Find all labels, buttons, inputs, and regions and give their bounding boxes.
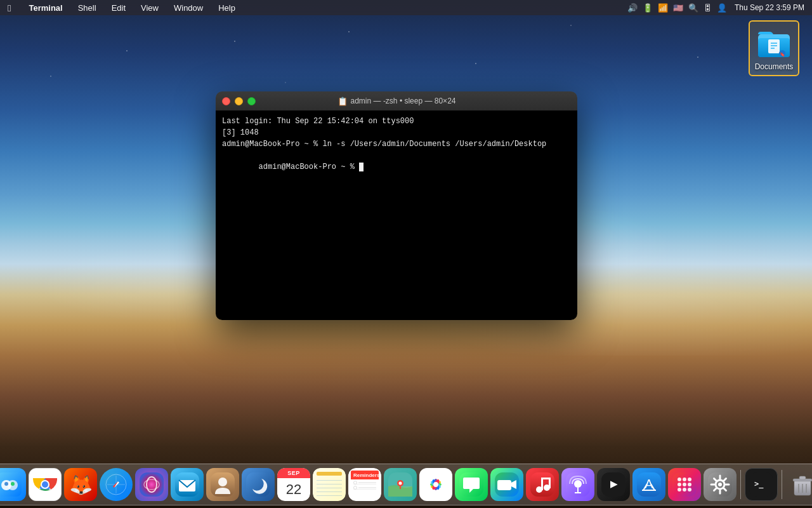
dock-separator-2: [782, 470, 782, 499]
svg-point-12: [11, 482, 15, 486]
terminal-line-3: admin@MacBook-Pro ~ % ln -s /Users/admin…: [222, 138, 571, 150]
calendar-day: 22: [286, 478, 301, 501]
menubar:  Terminal Shell Edit View Window Help 🔊…: [0, 0, 812, 15]
help-menu[interactable]: Help: [216, 2, 238, 14]
svg-point-29: [218, 478, 227, 486]
terminal-body[interactable]: Last login: Thu Sep 22 15:42:04 on ttys0…: [216, 110, 577, 320]
dock-item-podcasts[interactable]: [561, 468, 594, 501]
search-icon[interactable]: 🔍: [688, 3, 698, 13]
dock-item-appstore[interactable]: A: [632, 468, 665, 501]
datetime-display[interactable]: Thu Sep 22 3:59 PM: [732, 2, 807, 13]
dock-separator: [740, 470, 741, 499]
dock-item-reminders[interactable]: Reminders: [348, 468, 381, 501]
wifi-icon[interactable]: 📶: [658, 3, 668, 13]
dock-item-siri[interactable]: [135, 468, 168, 501]
svg-text:▶: ▶: [610, 479, 618, 489]
folder-icon: 🔖: [757, 25, 791, 60]
podcasts-icon: [561, 468, 594, 501]
svg-point-76: [688, 488, 691, 491]
dock-item-safari[interactable]: [100, 468, 133, 501]
control-center-icon[interactable]: 🎛: [704, 3, 712, 13]
svg-point-72: [683, 483, 686, 486]
dock-item-systemprefs[interactable]: [704, 468, 737, 501]
svg-point-70: [688, 478, 691, 481]
window-menu[interactable]: Window: [171, 2, 206, 14]
flag-icon[interactable]: 🇺🇸: [673, 3, 683, 13]
maps-icon: [384, 468, 417, 501]
dock: 🦊: [0, 464, 812, 505]
terminal-cursor: [359, 163, 363, 171]
terminal-titlebar: 📋 admin — -zsh • sleep — 80×24: [216, 91, 577, 110]
terminal-prompt: admin@MacBook-Pro ~ %: [259, 163, 359, 171]
dock-item-facetime[interactable]: [490, 468, 523, 501]
dock-item-calendar[interactable]: SEP 22: [277, 468, 310, 501]
terminal-line-4: admin@MacBook-Pro ~ %: [222, 150, 571, 184]
dock-item-finder[interactable]: [0, 468, 26, 501]
svg-point-79: [718, 483, 722, 486]
battery-icon[interactable]: 🔋: [643, 3, 653, 13]
shell-menu[interactable]: Shell: [75, 2, 99, 14]
terminal-title-text: admin — -zsh • sleep — 80×24: [351, 97, 456, 105]
terminal-line-2: [3] 1048: [222, 127, 571, 138]
dock-item-messages[interactable]: [455, 468, 488, 501]
dock-item-music[interactable]: [526, 468, 559, 501]
edit-menu[interactable]: Edit: [109, 2, 128, 14]
svg-point-74: [678, 488, 681, 491]
dock-item-notes[interactable]: [313, 468, 346, 501]
documents-icon-label: Documents: [755, 62, 794, 71]
dock-item-contacts[interactable]: [206, 468, 239, 501]
terminal-title-icon: 📋: [337, 97, 348, 106]
chrome-icon: [29, 468, 62, 501]
terminal-line-1: Last login: Thu Sep 22 15:42:04 on ttys0…: [222, 116, 571, 127]
messages-icon: [455, 468, 488, 501]
svg-rect-23: [140, 472, 164, 497]
notification-icon[interactable]: 👤: [717, 3, 727, 13]
dock-item-terminal[interactable]: >_: [745, 468, 778, 501]
contacts-icon: [206, 468, 239, 501]
dock-item-trash[interactable]: [786, 468, 812, 501]
dock-item-launchpad[interactable]: [668, 468, 701, 501]
music-icon: [526, 468, 559, 501]
minimize-button[interactable]: [235, 97, 243, 105]
maximize-button[interactable]: [247, 97, 256, 105]
calendar-month: SEP: [277, 468, 310, 478]
apple-menu[interactable]: : [5, 1, 13, 15]
svg-point-75: [683, 488, 686, 491]
svg-rect-55: [541, 478, 551, 479]
dock-item-crescent[interactable]: [242, 468, 275, 501]
dock-item-firefox[interactable]: 🦊: [64, 468, 97, 501]
documents-desktop-icon[interactable]: 🔖 Documents: [749, 20, 799, 76]
svg-point-71: [678, 483, 681, 486]
launchpad-icon: [668, 468, 701, 501]
facetime-icon: [490, 468, 523, 501]
view-menu[interactable]: View: [138, 2, 161, 14]
notes-icon: [313, 468, 346, 501]
menubar-left:  Terminal Shell Edit View Window Help: [5, 1, 238, 15]
systemprefs-icon: [704, 468, 737, 501]
svg-point-11: [4, 482, 8, 486]
dock-item-appletv[interactable]: ▶: [597, 468, 630, 501]
svg-point-68: [678, 478, 681, 481]
svg-point-16: [42, 481, 48, 488]
svg-text:A: A: [645, 477, 653, 491]
svg-point-45: [433, 482, 438, 487]
safari-icon: [100, 468, 133, 501]
svg-rect-2: [768, 39, 780, 53]
svg-text:🔖: 🔖: [780, 51, 785, 57]
volume-icon[interactable]: 🔊: [627, 3, 638, 13]
crescent-icon: [242, 468, 275, 501]
svg-point-57: [574, 480, 582, 488]
terminal-menu[interactable]: Terminal: [26, 2, 65, 14]
terminal-dock-icon: >_: [745, 468, 778, 501]
dock-item-maps[interactable]: [384, 468, 417, 501]
dock-item-photos[interactable]: [419, 468, 452, 501]
svg-point-69: [683, 478, 686, 481]
mail-icon: [171, 468, 204, 501]
close-button[interactable]: [222, 97, 230, 105]
dock-item-chrome[interactable]: [29, 468, 62, 501]
siri-icon: [135, 468, 168, 501]
finder-icon: [0, 468, 26, 501]
dock-item-mail[interactable]: [171, 468, 204, 501]
photos-icon: [419, 468, 452, 501]
svg-point-73: [688, 483, 691, 486]
